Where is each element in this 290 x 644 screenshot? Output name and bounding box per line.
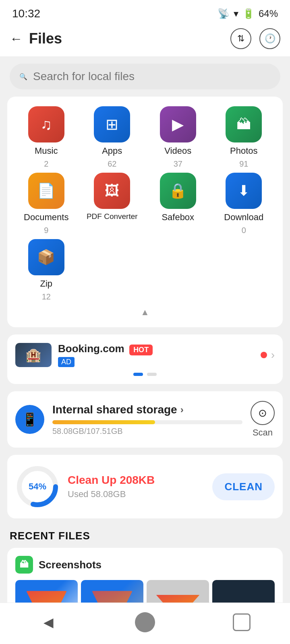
ad-dot-active <box>133 373 143 376</box>
photos-count: 91 <box>239 159 248 169</box>
phone-icon: 📱 <box>22 412 38 427</box>
cleanup-used: Used 58.08GB <box>68 489 204 500</box>
videos-count: 37 <box>174 159 182 169</box>
search-bar-container: 🔍 <box>0 56 290 97</box>
top-bar: ← Files ⇅ 🕐 <box>0 24 290 56</box>
chevron-up-icon: ▲ <box>141 307 149 318</box>
music-count: 2 <box>44 159 48 169</box>
home-nav-icon <box>135 612 155 632</box>
ad-indicator-dot <box>261 352 267 358</box>
storage-title-text: Internal shared storage <box>52 403 177 416</box>
category-apps[interactable]: ⊞ Apps 62 <box>81 106 143 169</box>
donut-chart: 54% <box>15 464 60 509</box>
category-documents[interactable]: 📄 Documents 9 <box>15 173 77 235</box>
search-bar[interactable]: 🔍 <box>10 64 280 89</box>
storage-text: 58.08GB/107.51GB <box>52 427 242 436</box>
ad-banner[interactable]: 🏨 Booking.com HOT AD › <box>7 334 283 384</box>
zip-icon: 📦 <box>28 239 64 275</box>
ad-pagination <box>15 373 275 376</box>
storage-bar <box>52 420 242 424</box>
file-categories-card: ♫ Music 2 ⊞ Apps 62 ▶ Videos 37 🏔 Photos… <box>7 97 283 327</box>
ad-label: AD <box>58 357 75 367</box>
scan-button[interactable]: ⊙ Scan <box>251 401 275 438</box>
bottom-navigation: ◀ <box>0 603 290 644</box>
ad-hot-badge: HOT <box>129 345 153 355</box>
status-bar: 10:32 📡 ▾ 🔋 64% <box>0 0 290 24</box>
screenshots-icon: 🏔 <box>15 556 33 574</box>
download-icon: ⬇ <box>226 173 262 209</box>
pdf-label: PDF Converter <box>87 212 138 221</box>
videos-label: Videos <box>164 146 191 156</box>
category-music[interactable]: ♫ Music 2 <box>15 106 77 169</box>
file-grid: ♫ Music 2 ⊞ Apps 62 ▶ Videos 37 🏔 Photos… <box>15 106 275 301</box>
storage-info: Internal shared storage › 58.08GB/107.51… <box>52 403 242 436</box>
safebox-label: Safebox <box>162 212 194 223</box>
ad-title: Booking.com <box>58 343 124 355</box>
search-icon: 🔍 <box>19 73 27 80</box>
nav-recent-button[interactable] <box>230 610 254 634</box>
download-label: Download <box>224 212 263 223</box>
category-safebox[interactable]: 🔒 Safebox <box>147 173 209 235</box>
page-title: Files <box>29 30 62 47</box>
history-icon: 🕐 <box>265 33 276 44</box>
category-zip[interactable]: 📦 Zip 12 <box>15 239 77 301</box>
ad-right: › <box>261 349 275 361</box>
ad-dot-inactive <box>147 373 157 376</box>
category-download[interactable]: ⬇ Download 0 <box>213 173 275 235</box>
documents-icon: 📄 <box>28 173 64 209</box>
recent-nav-icon <box>233 613 251 631</box>
photos-label: Photos <box>230 146 258 156</box>
storage-chevron-icon: › <box>180 404 184 415</box>
storage-title[interactable]: Internal shared storage › <box>52 403 242 416</box>
zip-count: 12 <box>42 292 51 301</box>
storage-icon: 📱 <box>15 405 44 434</box>
cleanup-title-text: Clean Up <box>68 474 116 486</box>
apps-label: Apps <box>102 146 122 156</box>
battery-level: 64% <box>259 8 278 19</box>
back-nav-icon: ◀ <box>44 615 54 630</box>
scan-symbol: ⊙ <box>258 407 267 419</box>
recent-files-header: RECENT FILES <box>0 526 290 548</box>
category-pdf[interactable]: 🖼 PDF Converter <box>81 173 143 235</box>
safebox-icon: 🔒 <box>160 173 196 209</box>
collapse-button[interactable]: ▲ <box>15 307 275 318</box>
download-count: 0 <box>242 226 246 235</box>
documents-count: 9 <box>44 226 48 235</box>
photos-icon: 🏔 <box>226 106 262 142</box>
status-time: 10:32 <box>12 7 40 20</box>
scan-label: Scan <box>253 427 273 438</box>
category-photos[interactable]: 🏔 Photos 91 <box>213 106 275 169</box>
history-button[interactable]: 🕐 <box>259 28 280 49</box>
screenshots-label: Screenshots <box>39 559 102 571</box>
back-button[interactable]: ← <box>10 31 23 46</box>
storage-bar-fill <box>52 420 155 424</box>
screenshots-section: 🏔 Screenshots <box>15 556 275 574</box>
music-icon: ♫ <box>28 106 64 142</box>
cast-icon: 📡 <box>218 8 230 19</box>
music-label: Music <box>35 146 58 156</box>
donut-percent: 54% <box>29 481 46 492</box>
documents-label: Documents <box>24 212 68 223</box>
recent-files-title: RECENT FILES <box>10 530 90 542</box>
status-icons: 📡 ▾ 🔋 64% <box>218 8 278 19</box>
mountain-icon: 🏔 <box>20 559 29 570</box>
ad-thumbnail: 🏨 <box>15 343 52 367</box>
sort-button[interactable]: ⇅ <box>230 28 251 49</box>
cleanup-card: 54% Clean Up 208KB Used 58.08GB CLEAN <box>7 455 283 518</box>
pdf-icon: 🖼 <box>94 173 130 209</box>
sort-icon: ⇅ <box>237 33 244 44</box>
apps-icon: ⊞ <box>94 106 130 142</box>
wifi-icon: ▾ <box>234 8 238 19</box>
scan-icon: ⊙ <box>251 401 275 425</box>
nav-back-button[interactable]: ◀ <box>36 610 60 634</box>
search-input[interactable] <box>33 70 271 83</box>
clean-button[interactable]: CLEAN <box>212 473 275 500</box>
ad-chevron-icon: › <box>271 349 275 361</box>
storage-card: 📱 Internal shared storage › 58.08GB/107.… <box>7 391 283 448</box>
cleanup-size: 208KB <box>120 474 155 486</box>
cleanup-title: Clean Up 208KB <box>68 474 204 487</box>
zip-label: Zip <box>40 279 52 289</box>
category-videos[interactable]: ▶ Videos 37 <box>147 106 209 169</box>
battery-icon: 🔋 <box>242 8 255 19</box>
nav-home-button[interactable] <box>133 610 157 634</box>
